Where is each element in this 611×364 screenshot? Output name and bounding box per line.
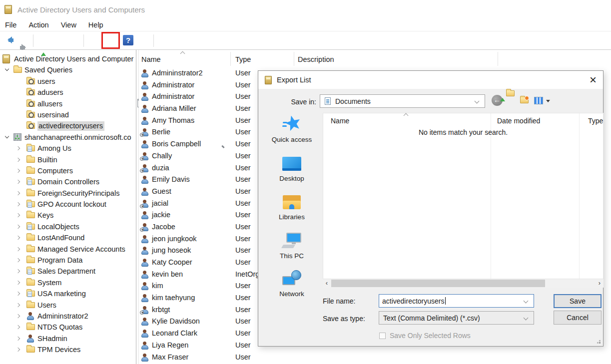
tree-item-icon [26, 123, 35, 129]
resize-grip[interactable] [599, 342, 601, 344]
close-icon[interactable]: × [590, 72, 597, 88]
column-header-name[interactable]: Name [141, 55, 161, 63]
user-icon [141, 69, 148, 77]
chevron-icon[interactable] [16, 348, 20, 352]
cancel-button[interactable]: Cancel [554, 311, 602, 325]
tree-item-icon [26, 78, 35, 84]
chevron-icon[interactable] [16, 292, 20, 296]
tree-item[interactable]: shanchanapreethi.onmicrosoft.co [0, 132, 136, 143]
user-icon [141, 259, 148, 266]
user-name: kim taehyung [152, 294, 195, 302]
tree-item[interactable]: System [0, 277, 136, 288]
tree-item[interactable]: ForeignSecurityPrincipals [0, 188, 136, 199]
chevron-icon[interactable] [16, 180, 20, 184]
chevron-icon[interactable] [16, 269, 20, 273]
tree-item[interactable]: Keys [0, 210, 136, 221]
chevron-icon[interactable] [16, 337, 20, 341]
user-type: User [235, 316, 251, 328]
save-in-dropdown[interactable]: Documents [320, 94, 485, 108]
column-header-description[interactable]: Description [298, 55, 334, 63]
chevron-icon[interactable] [5, 134, 9, 138]
user-name: Berlie [152, 128, 170, 136]
tree-item-icon [26, 212, 35, 218]
place-network[interactable]: Network [262, 270, 321, 298]
tree-item[interactable]: adusers [0, 87, 136, 98]
tree-item[interactable]: LostAndFound [0, 232, 136, 243]
tree-item[interactable]: users [0, 76, 136, 87]
place-quick-access[interactable]: Quick access [262, 115, 321, 143]
chevron-icon[interactable] [16, 314, 20, 318]
column-header-type[interactable]: Type [588, 117, 603, 125]
tree-item[interactable]: NTDS Quotas [0, 322, 136, 333]
tree-item-label: usersinad [37, 111, 69, 119]
tree-item[interactable]: Admininstrator2 [0, 311, 136, 322]
chevron-icon[interactable] [16, 247, 20, 251]
chevron-icon[interactable] [16, 191, 20, 195]
chevron-icon[interactable] [16, 169, 20, 173]
save-only-selected-rows-checkbox[interactable] [379, 333, 386, 339]
column-header-name[interactable]: Name [331, 117, 349, 125]
help-icon[interactable]: ? [123, 35, 133, 45]
list-header: Name Type Description [139, 50, 611, 67]
save-as-type-dropdown[interactable]: Text (Comma Delimited) (*.csv) [379, 311, 534, 325]
back-icon[interactable] [4, 36, 15, 44]
user-type: User [235, 103, 251, 115]
chevron-icon[interactable] [16, 202, 20, 206]
tree-item[interactable]: Computers [0, 165, 136, 176]
tree-item[interactable]: SHadmin [0, 333, 136, 344]
user-name: kevin ben [152, 270, 183, 278]
view-menu-caret-icon[interactable] [546, 100, 550, 104]
chevron-icon[interactable] [16, 225, 20, 229]
view-menu-icon[interactable] [534, 97, 543, 104]
chevron-icon[interactable] [16, 281, 20, 285]
tree-item[interactable]: usersinad [0, 109, 136, 120]
new-folder-icon[interactable] [520, 96, 529, 105]
tree-item[interactable]: Among Us [0, 143, 136, 154]
chevron-icon[interactable] [16, 213, 20, 217]
menu-item[interactable]: View [61, 21, 76, 29]
file-name-input[interactable]: activedirectoryusers [379, 294, 534, 308]
chevron-icon[interactable] [16, 236, 20, 240]
tree-item[interactable]: allusers [0, 98, 136, 109]
scroll-right-icon[interactable]: › [596, 279, 604, 288]
chevron-icon[interactable] [16, 146, 20, 150]
user-name: Max Fraser [152, 353, 188, 361]
tree-item[interactable]: Builtin [0, 154, 136, 165]
menu-item[interactable]: Action [28, 21, 48, 29]
menu-item[interactable]: Help [88, 21, 103, 29]
tree-item[interactable]: TPM Devices [0, 344, 136, 355]
tree-item[interactable]: Users [0, 300, 136, 311]
scrollbar-thumb[interactable] [331, 280, 545, 287]
tree-item[interactable]: USA marketing [0, 288, 136, 299]
console-tree: Active Directory Users and Computer Save… [0, 50, 136, 364]
tree-item-icon [13, 67, 22, 73]
tree-item[interactable]: activedirectoryusers [0, 120, 136, 131]
column-header-date-modified[interactable]: Date modified [497, 117, 540, 125]
tree-item[interactable]: LocalObjects [0, 221, 136, 232]
chevron-icon[interactable] [16, 258, 20, 262]
tree-item[interactable]: Managed Service Accounts [0, 244, 136, 255]
tree-item[interactable]: Sales Department [0, 266, 136, 277]
disabled-badge-icon [140, 157, 144, 161]
chevron-icon[interactable] [16, 303, 20, 307]
user-name: Guest [152, 187, 171, 195]
chevron-icon[interactable] [16, 325, 20, 329]
scroll-left-icon[interactable]: ‹ [323, 279, 331, 288]
horizontal-scrollbar[interactable]: ‹ › [323, 279, 604, 288]
tree-item[interactable]: Active Directory Users and Computer [0, 53, 136, 64]
place-this-pc[interactable]: This PC [262, 233, 321, 260]
tree-item[interactable]: GPO Account lockout [0, 199, 136, 210]
chevron-icon[interactable] [16, 157, 20, 161]
column-header-type[interactable]: Type [235, 55, 251, 63]
place-desktop[interactable]: Desktop [262, 157, 321, 182]
tree-item[interactable]: Program Data [0, 255, 136, 266]
menu-item[interactable]: File [5, 21, 16, 29]
tree-item[interactable]: Domain Controllers [0, 176, 136, 187]
save-button[interactable]: Save [554, 294, 602, 308]
user-name: Adriana Miller [152, 104, 196, 112]
user-row[interactable]: Max Fraser User [139, 352, 611, 364]
place-libraries[interactable]: Libraries [262, 195, 321, 221]
chevron-icon[interactable] [5, 67, 9, 71]
dialog-file-list: Name Date modified Type No items match y… [323, 113, 604, 279]
tree-item[interactable]: Saved Queries [0, 64, 136, 75]
